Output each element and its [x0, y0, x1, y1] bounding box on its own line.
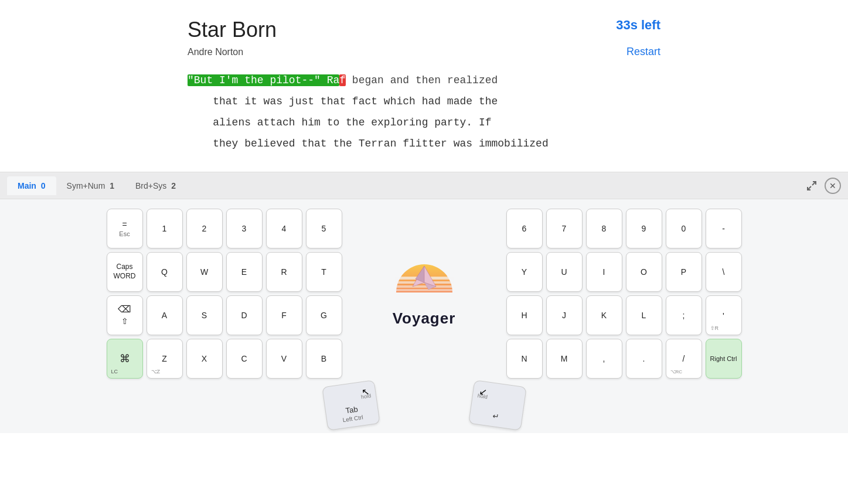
tab-main-badge: 0	[41, 181, 46, 190]
key-b[interactable]: B	[306, 339, 342, 379]
key-caps-word[interactable]: Caps WORD	[107, 252, 143, 292]
restart-button[interactable]: Restart	[626, 46, 660, 58]
key-3[interactable]: 3	[226, 209, 263, 248]
key-slash-alt[interactable]: / ⌥RC	[666, 339, 702, 379]
key-g[interactable]: G	[306, 295, 342, 335]
key-5[interactable]: 5	[306, 209, 342, 248]
tab-sym-num-badge: 1	[110, 181, 114, 190]
key-2[interactable]: 2	[186, 209, 223, 248]
timer: 33s left	[616, 18, 660, 33]
key-6[interactable]: 6	[506, 209, 543, 248]
key-z[interactable]: Z ⌥Z	[147, 339, 183, 379]
book-title: Star Born	[188, 18, 277, 42]
keyboard-icon-buttons: ✕	[805, 178, 841, 194]
keyboard-left-block: = Esc 1 2 3 4 5 Caps WORD Q W E R T	[107, 209, 342, 379]
key-y[interactable]: Y	[506, 252, 543, 292]
passage-line-4: they believed that the Terran flitter wa…	[188, 133, 660, 154]
key-7[interactable]: 7	[546, 209, 583, 248]
key-comma[interactable]: ,	[586, 339, 622, 379]
key-quote-shift-r[interactable]: ' ⇧R	[706, 295, 742, 335]
passage-line-3: aliens attach him to the exploring party…	[188, 112, 660, 133]
key-tab-left-ctrl[interactable]: ↖ hold Tab Left Ctrl	[322, 380, 380, 431]
key-cmd-left[interactable]: ⌘ LC	[107, 339, 143, 379]
typed-cursor-error: f	[339, 74, 346, 86]
untyped-text: began and then realized	[346, 74, 498, 86]
tab-brd-sys[interactable]: Brd+Sys 2	[125, 176, 186, 195]
key-n[interactable]: N	[506, 339, 543, 379]
key-t[interactable]: T	[306, 252, 342, 292]
tab-main-label: Main	[18, 181, 39, 190]
key-w[interactable]: W	[186, 252, 223, 292]
key-x[interactable]: X	[186, 339, 223, 379]
key-backslash[interactable]: \	[706, 252, 742, 292]
keyboard-bottom-row: ↖ hold Tab Left Ctrl ↙ hold ↵	[23, 383, 825, 427]
title-row: Star Born 33s left	[188, 18, 660, 42]
svg-rect-7	[395, 289, 454, 291]
passage-line-1: "But I'm the pilot--" Raf began and then…	[188, 70, 660, 91]
keyboard-main-area: = Esc 1 2 3 4 5 Caps WORD Q W E R T	[23, 209, 825, 379]
key-1[interactable]: 1	[147, 209, 183, 248]
key-enter-hold[interactable]: ↙ hold ↵	[468, 380, 527, 431]
author-name: Andre Norton	[188, 47, 243, 57]
tab-sym-num[interactable]: Sym+Num 1	[56, 176, 125, 195]
key-v[interactable]: V	[266, 339, 302, 379]
voyager-sun-graphic	[392, 260, 457, 307]
key-s[interactable]: S	[186, 295, 223, 335]
key-q[interactable]: Q	[147, 252, 183, 292]
expand-icon[interactable]	[805, 179, 819, 193]
key-semicolon[interactable]: ;	[666, 295, 702, 335]
key-d[interactable]: D	[226, 295, 263, 335]
voyager-title-text: Voyager	[393, 309, 456, 328]
key-esc[interactable]: = Esc	[107, 209, 143, 248]
key-m[interactable]: M	[546, 339, 583, 379]
key-u[interactable]: U	[546, 252, 583, 292]
passage-line-2: that it was just that fact which had mad…	[188, 91, 660, 112]
key-o[interactable]: O	[626, 252, 662, 292]
svg-rect-6	[395, 285, 454, 288]
keyboard-tabs: Main 0 Sym+Num 1 Brd+Sys 2 ✕	[0, 172, 848, 199]
keyboard-right-block: 6 7 8 9 0 - Y U I O P \ H J K L ;	[506, 209, 742, 379]
key-r[interactable]: R	[266, 252, 302, 292]
tab-brd-sys-badge: 2	[171, 181, 176, 190]
key-c[interactable]: C	[226, 339, 263, 379]
tab-sym-num-label: Sym+Num	[67, 181, 108, 190]
close-icon[interactable]: ✕	[825, 178, 841, 194]
typed-passage: "But I'm the pilot--" Raf began and then…	[188, 70, 660, 154]
key-h[interactable]: H	[506, 295, 543, 335]
key-right-ctrl[interactable]: Right Ctrl	[706, 339, 742, 379]
keyboard-section: Main 0 Sym+Num 1 Brd+Sys 2 ✕	[0, 172, 848, 433]
passage-section: Star Born 33s left Andre Norton Restart …	[0, 0, 848, 172]
key-period[interactable]: .	[626, 339, 662, 379]
key-l[interactable]: L	[626, 295, 662, 335]
key-k[interactable]: K	[586, 295, 622, 335]
typed-correct: "But I'm the pilot--" Ra	[188, 74, 339, 86]
key-p[interactable]: P	[666, 252, 702, 292]
voyager-logo: Voyager	[392, 260, 457, 328]
key-i[interactable]: I	[586, 252, 622, 292]
key-j[interactable]: J	[546, 295, 583, 335]
key-backspace-shift[interactable]: ⌫ ⇧	[107, 295, 143, 335]
key-a[interactable]: A	[147, 295, 183, 335]
keyboard-center-logo: Voyager	[342, 209, 506, 379]
key-4[interactable]: 4	[266, 209, 302, 248]
key-f[interactable]: F	[266, 295, 302, 335]
tab-brd-sys-label: Brd+Sys	[135, 181, 169, 190]
key-minus[interactable]: -	[706, 209, 742, 248]
key-8[interactable]: 8	[586, 209, 622, 248]
tab-main[interactable]: Main 0	[7, 176, 56, 195]
key-9[interactable]: 9	[626, 209, 662, 248]
key-e[interactable]: E	[226, 252, 263, 292]
keyboard-body: = Esc 1 2 3 4 5 Caps WORD Q W E R T	[0, 199, 848, 433]
author-row: Andre Norton Restart	[188, 46, 660, 58]
key-0[interactable]: 0	[666, 209, 702, 248]
